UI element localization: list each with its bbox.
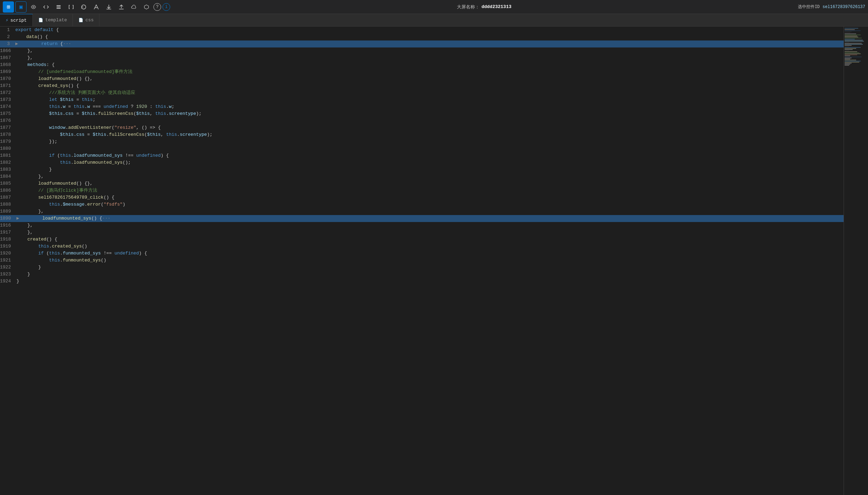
code-minimap xyxy=(844,27,868,495)
code-editor[interactable]: 1 export default { 2 data() { 3 ▶ return… xyxy=(0,27,868,495)
collapse-icon-1890[interactable]: ▶ xyxy=(16,216,19,221)
code-line-1884: 1884 }, xyxy=(0,173,844,180)
svg-marker-4 xyxy=(144,5,149,9)
tab-script[interactable]: ⚡ script xyxy=(0,14,33,26)
code-line-1870: 1870 loadfunmounted() {}, xyxy=(0,75,844,82)
code-line-1879: 1879 }); xyxy=(0,138,844,145)
deploy-icon[interactable] xyxy=(91,1,102,13)
code-line-1873: 1873 let $this = this; xyxy=(0,96,844,103)
code-icon[interactable] xyxy=(40,1,52,13)
css-tab-label: css xyxy=(85,17,93,23)
tab-template[interactable]: 📄 template xyxy=(33,14,73,26)
help-icon[interactable]: ? xyxy=(153,3,161,11)
template-tab-icon: 📄 xyxy=(38,18,43,22)
code-line-1921: 1921 this.funmounted_sys() xyxy=(0,257,844,264)
cloud-icon[interactable] xyxy=(128,1,139,13)
code-line-1888: 1888 this.$message.error("fsdfs") xyxy=(0,201,844,208)
collapse-icon-3[interactable]: ▶ xyxy=(15,41,18,46)
selected-label: 选中控件ID xyxy=(798,4,820,10)
code-line-1920: 1920 if (this.funmounted_sys !== undefin… xyxy=(0,250,844,257)
upload-icon[interactable] xyxy=(116,1,127,13)
code-line-1882: 1882 this.loadfunmounted_sys(); xyxy=(0,159,844,166)
svg-rect-3 xyxy=(56,8,61,9)
code-line-2: 2 data() { xyxy=(0,34,844,40)
code-line-1867: 1867 }, xyxy=(0,54,844,61)
code-line-1887: 1887 sel167826175649789_click() { xyxy=(0,194,844,201)
shield-icon[interactable] xyxy=(141,1,152,13)
code-line-1922: 1922 } xyxy=(0,264,844,271)
download-icon[interactable] xyxy=(103,1,114,13)
eye-icon[interactable] xyxy=(28,1,39,13)
layout-icon[interactable]: ▣ xyxy=(15,1,27,13)
svg-rect-1 xyxy=(56,5,61,6)
code-line-1890: 1890 ▶ loadfunmounted_sys() {··· xyxy=(0,215,844,222)
code-line-1881: 1881 if (this.loadfunmounted_sys !== und… xyxy=(0,152,844,159)
tabs-bar: ⚡ script 📄 template 📄 css xyxy=(0,14,868,27)
code-line-1918: 1918 created() { xyxy=(0,236,844,243)
code-line-1875: 1875 $this.css = $this.fullScreenCss($th… xyxy=(0,110,844,117)
script-tab-label: script xyxy=(10,18,27,23)
code-line-1880: 1880 xyxy=(0,145,844,152)
code-line-1924: 1924 } xyxy=(0,278,844,285)
toolbar: ⊞ ▣ xyxy=(0,0,868,14)
code-line-1874: 1874 this.w = this.w === undefined ? 192… xyxy=(0,103,844,110)
selected-value: sel16728397626137 xyxy=(823,5,865,9)
grid-icon[interactable]: ⊞ xyxy=(3,1,14,13)
code-line-1917: 1917 }, xyxy=(0,229,844,236)
code-line-1877: 1877 window.addEventListener("resize", (… xyxy=(0,124,844,131)
code-line-1876: 1876 xyxy=(0,117,844,124)
svg-rect-2 xyxy=(56,7,61,7)
code-line-1886: 1886 // [跑马灯click]事件方法 xyxy=(0,187,844,194)
title-label: 大屏名称： xyxy=(457,4,480,10)
code-line-1885: 1885 loadfunmounted() {}, xyxy=(0,180,844,187)
code-line-1919: 1919 this.created_sys() xyxy=(0,243,844,250)
layers-icon[interactable] xyxy=(53,1,64,13)
toolbar-title: 大屏名称： dddd2321313 xyxy=(457,4,512,10)
brackets-icon[interactable] xyxy=(66,1,77,13)
info-icon[interactable]: i xyxy=(163,3,170,11)
code-line-1878: 1878 $this.css = $this.fullScreenCss($th… xyxy=(0,131,844,138)
code-line-1916: 1916 }, xyxy=(0,222,844,229)
code-line-1868: 1868 methods: { xyxy=(0,61,844,68)
code-line-1872: 1872 ///系统方法 判断页面大小 使其自动适应 xyxy=(0,89,844,96)
script-tab-icon: ⚡ xyxy=(6,17,8,23)
code-line-1871: 1871 created_sys() { xyxy=(0,82,844,89)
css-tab-icon: 📄 xyxy=(78,18,83,22)
refresh-icon[interactable] xyxy=(78,1,89,13)
code-line-1: 1 export default { xyxy=(0,27,844,34)
code-line-1883: 1883 } xyxy=(0,166,844,173)
title-value: dddd2321313 xyxy=(482,4,512,9)
code-line-1866: 1866 }, xyxy=(0,47,844,54)
template-tab-label: template xyxy=(45,17,67,23)
tab-css[interactable]: 📄 css xyxy=(73,14,99,26)
toolbar-right: 选中控件ID sel16728397626137 xyxy=(798,4,865,10)
svg-point-0 xyxy=(33,6,34,8)
code-line-1923: 1923 } xyxy=(0,271,844,278)
code-line-1889: 1889 }, xyxy=(0,208,844,215)
code-line-3: 3 ▶ return {··· xyxy=(0,40,844,47)
toolbar-left: ⊞ ▣ xyxy=(3,1,170,13)
code-line-1869: 1869 // [undefinedloadfunmounted]事件方法 xyxy=(0,68,844,75)
